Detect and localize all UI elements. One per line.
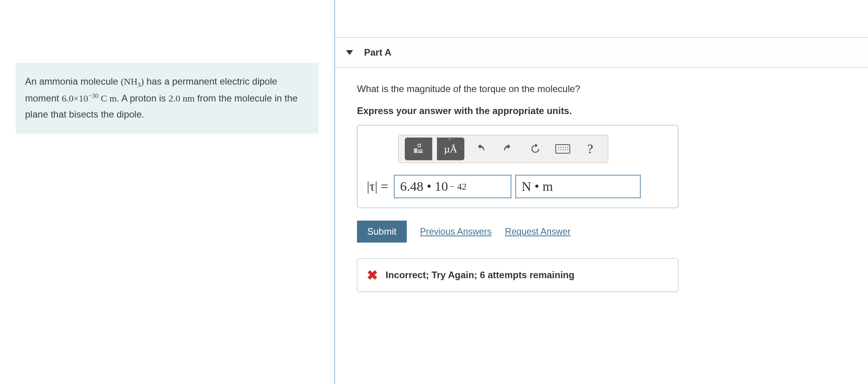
undo-button[interactable] (469, 138, 492, 160)
svg-rect-0 (414, 149, 417, 153)
value-main: 6.48 • 10 (400, 179, 448, 194)
nh3-close: ) (141, 76, 144, 87)
collapse-icon (346, 50, 353, 55)
mag-exp: −30 (88, 92, 98, 100)
units-button[interactable]: ° µÅ (437, 138, 464, 160)
templates-icon (413, 143, 424, 155)
unit-value: N • m (522, 179, 553, 194)
submit-button[interactable]: Submit (357, 221, 407, 243)
incorrect-icon: ✖ (367, 267, 378, 283)
nh3-open: (NH (121, 76, 138, 87)
problem-text-mid2: . A proton is (117, 93, 169, 103)
units-label: µÅ (444, 143, 457, 155)
reset-icon (529, 143, 541, 155)
svg-rect-1 (418, 144, 421, 147)
value-exp: − 42 (449, 181, 466, 192)
problem-pane: An ammonia molecule (NH3) has a permanen… (0, 0, 335, 384)
feedback-text: Incorrect; Try Again; 6 attempts remaini… (386, 270, 574, 281)
units-ring: ° (449, 137, 451, 143)
unit-dipole: C m (98, 93, 117, 103)
answer-pane: Part A What is the magnitude of the torq… (335, 0, 868, 384)
keyboard-icon (555, 144, 570, 154)
svg-rect-2 (418, 150, 423, 151)
action-row: Submit Previous Answers Request Answer (357, 221, 844, 243)
problem-text: An ammonia molecule (25, 76, 121, 87)
answer-widget: ° µÅ ? (357, 125, 678, 208)
nh3-sub: 3 (138, 81, 141, 89)
svg-rect-3 (418, 151, 423, 153)
formula-nh3: (NH3) (121, 76, 144, 87)
keyboard-button[interactable] (551, 138, 574, 160)
equation-toolbar: ° µÅ ? (398, 135, 608, 163)
answer-input-row: |τ| = 6.48 • 10− 42 N • m (367, 175, 669, 198)
help-button[interactable]: ? (579, 138, 602, 160)
templates-button[interactable] (405, 138, 432, 160)
instruction-text: Express your answer with the appropriate… (357, 105, 844, 116)
redo-icon (502, 143, 514, 155)
part-label: Part A (364, 47, 391, 58)
dipole-magnitude: 6.0×10−30 C m (62, 93, 116, 103)
previous-answers-link[interactable]: Previous Answers (420, 226, 492, 237)
variable-label: |τ| = (367, 179, 388, 194)
undo-icon (475, 143, 486, 155)
distance-value: 2.0 nm (169, 93, 195, 103)
request-answer-link[interactable]: Request Answer (505, 226, 571, 237)
feedback-box: ✖ Incorrect; Try Again; 6 attempts remai… (357, 258, 678, 292)
problem-statement: An ammonia molecule (NH3) has a permanen… (16, 63, 319, 134)
reset-button[interactable] (524, 138, 547, 160)
question-text: What is the magnitude of the torque on t… (357, 83, 844, 94)
mag-base: 6.0×10 (62, 93, 88, 103)
part-header[interactable]: Part A (335, 37, 868, 68)
unit-input[interactable]: N • m (515, 175, 641, 198)
value-input[interactable]: 6.48 • 10− 42 (394, 175, 511, 198)
redo-button[interactable] (497, 138, 519, 160)
